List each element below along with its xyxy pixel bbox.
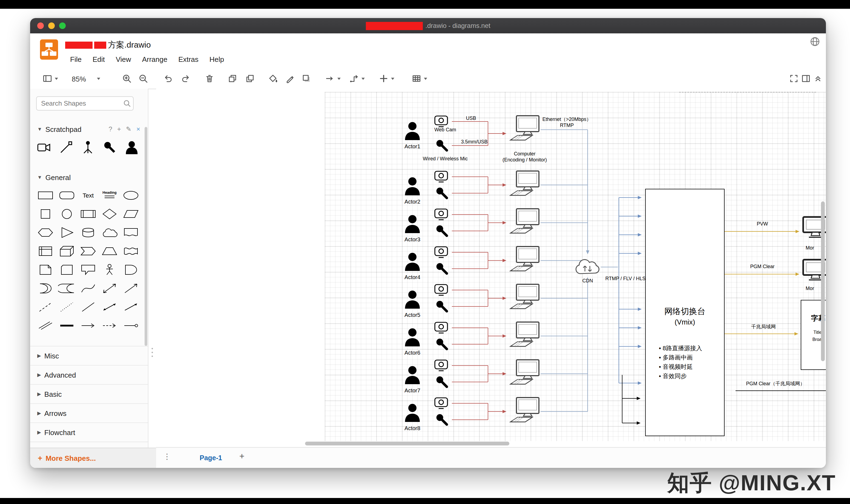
trapezoid-shape[interactable] [99, 242, 120, 260]
to-front-icon[interactable] [245, 74, 255, 83]
internal-storage-shape[interactable] [35, 242, 56, 260]
heading-shape[interactable]: Heading [99, 186, 120, 205]
waypoints-caret-icon[interactable] [362, 78, 365, 80]
microphone-icon[interactable] [435, 262, 449, 275]
actor-icon[interactable] [404, 403, 421, 422]
parallelogram-shape[interactable] [120, 205, 141, 223]
actor-icon[interactable] [404, 252, 421, 271]
microphone-icon[interactable] [435, 139, 449, 152]
thick-line-shape[interactable] [56, 316, 77, 335]
connection-icon[interactable] [325, 74, 335, 83]
computer-icon[interactable] [509, 170, 540, 199]
webcam-icon[interactable] [434, 322, 450, 334]
microphone-icon[interactable] [435, 375, 449, 389]
circle-connector-shape[interactable] [120, 316, 141, 335]
page-tab[interactable]: Page-1 [188, 448, 234, 468]
actor-icon[interactable] [404, 290, 421, 309]
sidebar-section-advanced[interactable]: ▶Advanced [30, 365, 148, 384]
cylinder-shape[interactable] [77, 223, 99, 242]
light-stand-icon[interactable] [81, 140, 95, 155]
vertical-scrollbar[interactable] [821, 201, 825, 361]
rounded-rectangle-shape[interactable] [56, 186, 77, 205]
microphone-icon[interactable] [435, 338, 449, 351]
general-section-header[interactable]: ▼ General [30, 171, 148, 184]
and-shape[interactable] [35, 279, 56, 298]
cable-icon[interactable] [58, 140, 73, 155]
computer-icon[interactable] [509, 321, 540, 350]
menu-file[interactable]: File [70, 55, 82, 64]
menu-extras[interactable]: Extras [178, 55, 198, 64]
sidebar-scrollbar[interactable] [144, 127, 147, 346]
microphone-icon[interactable] [435, 300, 449, 313]
scratchpad-add-icon[interactable]: + [117, 125, 121, 133]
diagram-canvas[interactable]: Actor1Actor2Actor3Actor4Actor5Actor6Acto… [156, 89, 826, 448]
table-caret-icon[interactable] [424, 78, 427, 80]
dashed-arrow-shape[interactable] [99, 316, 120, 335]
menu-edit[interactable]: Edit [92, 55, 105, 64]
scratchpad-help-icon[interactable]: ? [108, 125, 112, 133]
webcam-icon[interactable] [434, 397, 450, 409]
rectangle-shape[interactable] [35, 186, 56, 205]
dotted-line-shape[interactable] [56, 298, 77, 316]
webcam-icon[interactable] [434, 115, 450, 127]
actor-icon[interactable] [404, 122, 421, 140]
zoom-out-icon[interactable] [139, 74, 148, 83]
delete-icon[interactable] [205, 74, 214, 83]
bidirectional-arrow-shape[interactable] [99, 279, 120, 298]
undo-icon[interactable] [163, 74, 173, 83]
curve-shape[interactable] [77, 279, 99, 298]
horizontal-arrow-shape[interactable] [77, 316, 99, 335]
collapse-icon[interactable] [813, 74, 822, 83]
actor-icon[interactable] [404, 177, 421, 195]
link-shape[interactable] [35, 316, 56, 335]
scratchpad-close-icon[interactable]: × [136, 125, 140, 133]
actor-icon[interactable] [404, 328, 421, 346]
document-shape[interactable] [120, 223, 141, 242]
vmix-switcher-node[interactable]: 网络切换台 (Vmix) 8路直播源接入多路画中画音视频时延音效同步 [645, 189, 725, 436]
line-color-icon[interactable] [285, 74, 295, 83]
card-shape[interactable] [56, 260, 77, 279]
hexagon-shape[interactable] [35, 223, 56, 242]
webcam-icon[interactable] [434, 209, 450, 220]
dashed-line-shape[interactable] [35, 298, 56, 316]
insert-caret-icon[interactable] [391, 78, 394, 80]
computer-icon[interactable] [509, 208, 540, 236]
circle-shape[interactable] [56, 205, 77, 223]
note-shape[interactable] [35, 260, 56, 279]
microphone-icon[interactable] [102, 140, 117, 155]
add-page-button[interactable]: + [239, 451, 245, 461]
table-icon[interactable] [412, 74, 421, 83]
triangle-shape[interactable] [56, 223, 77, 242]
sidebar-splitter-handle[interactable] [151, 346, 154, 358]
person-icon[interactable] [124, 140, 139, 155]
zoom-in-icon[interactable] [122, 74, 132, 83]
redo-icon[interactable] [181, 74, 191, 83]
view-caret-icon[interactable] [55, 78, 58, 80]
actor-shape[interactable] [99, 260, 120, 279]
search-shapes-input[interactable] [36, 96, 134, 110]
text-shape[interactable]: Text [77, 186, 99, 205]
zoom-caret-icon[interactable] [97, 78, 100, 80]
menu-arrange[interactable]: Arrange [142, 55, 168, 64]
sidebar-section-basic[interactable]: ▶Basic [30, 384, 148, 403]
webcam-icon[interactable] [434, 171, 450, 183]
cube-shape[interactable] [56, 242, 77, 260]
square-shape[interactable] [35, 205, 56, 223]
diamond-shape[interactable] [99, 205, 120, 223]
zoom-level[interactable]: 85% [72, 75, 86, 83]
pages-menu-icon[interactable]: ⋮ [163, 452, 171, 461]
view-icon[interactable] [43, 74, 52, 83]
arrow-shape[interactable] [120, 279, 141, 298]
webcam-icon[interactable] [434, 246, 450, 258]
language-globe-icon[interactable] [810, 37, 820, 47]
insert-icon[interactable] [379, 74, 388, 83]
fullscreen-icon[interactable] [789, 74, 799, 83]
or-shape[interactable] [120, 260, 141, 279]
tape-shape[interactable] [120, 242, 141, 260]
actor-icon[interactable] [404, 365, 421, 384]
waypoints-icon[interactable] [349, 74, 359, 83]
video-camera-icon[interactable] [37, 140, 51, 155]
microphone-icon[interactable] [435, 186, 449, 200]
line-shape[interactable] [77, 298, 99, 316]
menu-help[interactable]: Help [209, 55, 224, 64]
